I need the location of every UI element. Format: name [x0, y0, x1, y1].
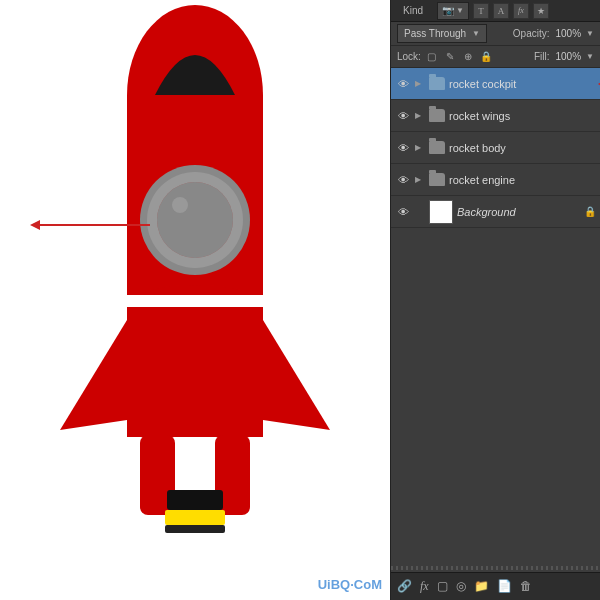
arrow-head-left	[30, 220, 40, 230]
layer-eye-engine[interactable]: 👁	[395, 172, 411, 188]
layer-lock-background: 🔒	[584, 206, 596, 217]
layer-folder-wings	[429, 109, 445, 122]
ps-panel: Kind 📷 ▼ T A fx ★ Pass Through ▼ Opacity…	[390, 0, 600, 600]
layer-expand-body[interactable]: ▶	[415, 143, 425, 152]
fill-value[interactable]: 100%	[556, 51, 582, 62]
layer-rocket-body[interactable]: 👁 ▶ rocket body	[391, 132, 600, 164]
star-icon[interactable]: ★	[533, 3, 549, 19]
kind-dropdown[interactable]: 📷 ▼	[437, 2, 469, 20]
layer-thumb-background	[429, 200, 453, 224]
layer-eye-cockpit[interactable]: 👁	[395, 76, 411, 92]
blend-chevron-icon: ▼	[472, 29, 480, 38]
layer-expand-wings[interactable]: ▶	[415, 111, 425, 120]
kind-dropdown-label: 📷	[442, 5, 454, 16]
layer-eye-wings[interactable]: 👁	[395, 108, 411, 124]
link-icon[interactable]: 🔗	[397, 579, 412, 594]
opacity-chevron-icon: ▼	[586, 29, 594, 38]
blend-mode-label: Pass Through	[404, 28, 466, 39]
blend-opacity-row: Pass Through ▼ Opacity: 100% ▼	[391, 22, 600, 46]
rocket-illustration-area: UiBQ·CoM	[0, 0, 390, 600]
kind-label: Kind	[397, 0, 429, 22]
layer-folder-cockpit	[429, 77, 445, 90]
lock-row: Lock: ▢ ✎ ⊕ 🔒 Fill: 100% ▼	[391, 46, 600, 68]
rocket-svg	[0, 0, 390, 600]
fx-bottom-icon[interactable]: fx	[420, 579, 429, 594]
panel-separator	[391, 566, 600, 570]
lock-pixels-icon[interactable]: ✎	[443, 50, 457, 64]
layer-expand-cockpit[interactable]: ▶	[415, 79, 425, 88]
layer-background[interactable]: 👁 Background 🔒	[391, 196, 600, 228]
annotation-arrow	[30, 220, 150, 230]
fill-chevron-icon: ▼	[586, 52, 594, 61]
watermark: UiBQ·CoM	[318, 577, 382, 592]
arrow-line	[40, 224, 150, 226]
layer-rocket-wings[interactable]: 👁 ▶ rocket wings	[391, 100, 600, 132]
type-icon[interactable]: T	[473, 3, 489, 19]
svg-rect-5	[127, 307, 263, 437]
ps-bottom-toolbar: 🔗 fx ▢ ◎ 📁 📄 🗑	[391, 572, 600, 600]
new-group-icon[interactable]: 📁	[474, 579, 489, 594]
layer-expand-engine[interactable]: ▶	[415, 175, 425, 184]
svg-point-14	[157, 182, 233, 258]
svg-point-15	[172, 197, 188, 213]
lock-label: Lock:	[397, 51, 421, 62]
lock-position-icon[interactable]: ⊕	[461, 50, 475, 64]
adjustment-icon[interactable]: ▢	[437, 579, 448, 594]
blend-mode-dropdown[interactable]: Pass Through ▼	[397, 24, 487, 43]
ps-kind-bar: Kind 📷 ▼ T A fx ★	[391, 0, 600, 22]
layer-name-engine: rocket engine	[449, 174, 596, 186]
layer-folder-engine	[429, 173, 445, 186]
layer-name-body: rocket body	[449, 142, 596, 154]
fx-icon[interactable]: fx	[513, 3, 529, 19]
opacity-value[interactable]: 100%	[556, 28, 582, 39]
lock-transparency-icon[interactable]: ▢	[425, 50, 439, 64]
svg-rect-9	[165, 510, 225, 525]
layer-eye-body[interactable]: 👁	[395, 140, 411, 156]
layer-folder-body	[429, 141, 445, 154]
chevron-down-icon: ▼	[456, 6, 464, 15]
svg-rect-8	[167, 490, 223, 510]
layer-name-cockpit: rocket cockpit	[449, 78, 596, 90]
svg-rect-4	[127, 295, 263, 307]
mask-icon[interactable]: ◎	[456, 579, 466, 594]
layer-rocket-cockpit[interactable]: 👁 ▶ rocket cockpit	[391, 68, 600, 100]
brush-icon[interactable]: A	[493, 3, 509, 19]
opacity-label: Opacity:	[513, 28, 550, 39]
layers-panel: 👁 ▶ rocket cockpit 👁 ▶ rocket wings 👁 ▶ …	[391, 68, 600, 564]
layer-name-background: Background	[457, 206, 580, 218]
fill-label: Fill:	[534, 51, 550, 62]
layer-rocket-engine[interactable]: 👁 ▶ rocket engine	[391, 164, 600, 196]
layer-eye-background[interactable]: 👁	[395, 204, 411, 220]
new-layer-icon[interactable]: 📄	[497, 579, 512, 594]
layer-name-wings: rocket wings	[449, 110, 596, 122]
svg-rect-10	[165, 525, 225, 533]
delete-layer-icon[interactable]: 🗑	[520, 579, 532, 594]
lock-all-icon[interactable]: 🔒	[479, 50, 493, 64]
